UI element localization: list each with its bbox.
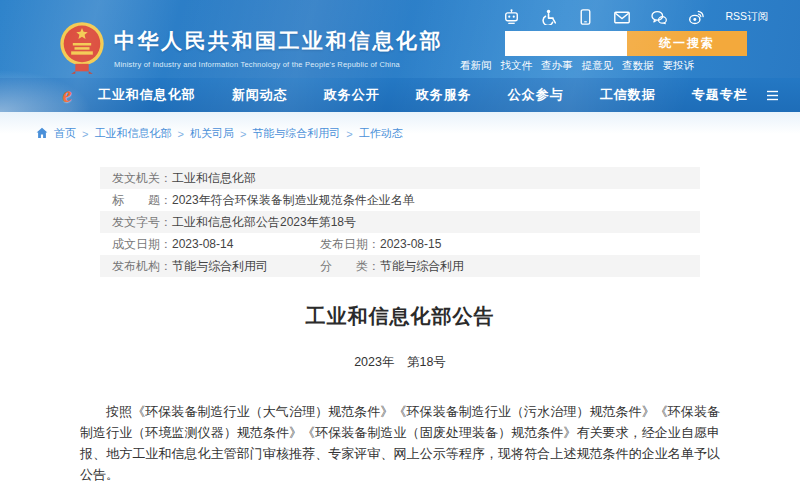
breadcrumb-energy-dept[interactable]: 节能与综合利用司 — [252, 126, 340, 141]
quick-link-services[interactable]: 查办事 — [541, 59, 573, 73]
weibo-icon[interactable] — [688, 9, 704, 25]
meta-row-issuing-agency: 发文机关： 工业和信息化部 — [100, 167, 700, 189]
nav-items: 工业和信息化部 新闻动态 政务公开 政务服务 公众参与 工信数据 专题专栏 — [98, 86, 748, 104]
site-header: 中华人民共和国工业和信息化部 Ministry of Industry and … — [0, 0, 800, 112]
mobile-icon[interactable] — [577, 9, 593, 25]
meta-row-doc-number: 发文字号： 工业和信息化部公告2023年第18号 — [100, 211, 700, 233]
quick-links-row: 看新闻 找文件 查办事 提意见 查数据 要投诉 — [460, 59, 694, 73]
search-input[interactable] — [505, 31, 627, 56]
home-icon[interactable] — [36, 127, 48, 139]
meta-value: 节能与综合利用司 — [172, 255, 268, 277]
robot-icon[interactable] — [503, 9, 519, 25]
national-emblem-icon — [57, 20, 107, 76]
nav-item-gov-open[interactable]: 政务公开 — [324, 86, 380, 104]
search-button[interactable]: 统一搜索 — [627, 31, 747, 56]
site-title-block: 中华人民共和国工业和信息化部 Ministry of Industry and … — [114, 27, 443, 69]
meta-value: 工业和信息化部公告2023年第18号 — [172, 211, 356, 233]
document-title: 工业和信息化部公告 — [0, 303, 800, 330]
meta-label: 标 题： — [112, 189, 172, 211]
site-title: 中华人民共和国工业和信息化部 — [114, 27, 443, 55]
breadcrumb-departments[interactable]: 机关司局 — [190, 126, 234, 141]
nav-item-news[interactable]: 新闻动态 — [232, 86, 288, 104]
quick-link-opinions[interactable]: 提意见 — [582, 59, 614, 73]
breadcrumb-separator: > — [82, 128, 88, 140]
mail-icon[interactable] — [614, 9, 630, 25]
breadcrumb-separator: > — [177, 128, 183, 140]
body-paragraph: 按照《环保装备制造行业（大气治理）规范条件》《环保装备制造行业（污水治理）规范条… — [80, 401, 720, 482]
document-body: 按照《环保装备制造行业（大气治理）规范条件》《环保装备制造行业（污水治理）规范条… — [80, 401, 720, 482]
breadcrumb-ministry[interactable]: 工业和信息化部 — [94, 126, 171, 141]
rss-subscribe-link[interactable]: RSS订阅 — [725, 10, 768, 24]
meta-label: 发文字号： — [112, 211, 172, 233]
meta-label: 发布机构： — [112, 255, 172, 277]
quick-link-complaints[interactable]: 要投诉 — [663, 59, 695, 73]
nav-item-ministry[interactable]: 工业和信息化部 — [98, 86, 196, 104]
meta-label: 发布日期： — [320, 233, 380, 255]
document-meta-table: 发文机关： 工业和信息化部 标 题： 2023年符合环保装备制造业规范条件企业名… — [100, 167, 700, 277]
breadcrumb: 首页 > 工业和信息化部 > 机关司局 > 节能与综合利用司 > 工作动态 — [36, 126, 800, 141]
meta-value: 节能与综合利用 — [380, 255, 464, 277]
nav-item-topics[interactable]: 专题专栏 — [692, 86, 748, 104]
content-area: 首页 > 工业和信息化部 > 机关司局 > 节能与综合利用司 > 工作动态 发文… — [0, 112, 800, 482]
meta-label: 成文日期： — [112, 233, 172, 255]
breadcrumb-separator: > — [346, 128, 352, 140]
nav-item-data[interactable]: 工信数据 — [600, 86, 656, 104]
page: 中华人民共和国工业和信息化部 Ministry of Industry and … — [0, 0, 800, 482]
nav-item-participation[interactable]: 公众参与 — [508, 86, 564, 104]
quick-link-news[interactable]: 看新闻 — [460, 59, 492, 73]
meta-row-title: 标 题： 2023年符合环保装备制造业规范条件企业名单 — [100, 189, 700, 211]
breadcrumb-separator: > — [240, 128, 246, 140]
breadcrumb-home[interactable]: 首页 — [54, 126, 76, 141]
meta-row-publisher-category: 发布机构： 节能与综合利用司 分 类： 节能与综合利用 — [100, 255, 700, 277]
accessibility-icon[interactable] — [540, 9, 556, 25]
meta-value: 2023-08-14 — [172, 233, 233, 255]
utility-icon-row: RSS订阅 — [503, 9, 768, 25]
nav-item-gov-service[interactable]: 政务服务 — [416, 86, 472, 104]
search-bar: 统一搜索 — [505, 31, 747, 56]
wechat-icon[interactable] — [651, 9, 667, 25]
meta-label: 分 类： — [320, 255, 380, 277]
quick-link-files[interactable]: 找文件 — [501, 59, 533, 73]
main-nav: e 工业和信息化部 新闻动态 政务公开 政务服务 公众参与 工信数据 专题专栏 — [0, 78, 800, 112]
quick-link-data[interactable]: 查数据 — [622, 59, 654, 73]
menu-icon[interactable] — [766, 90, 779, 101]
document-number: 2023年 第18号 — [0, 354, 800, 371]
site-banner: 中华人民共和国工业和信息化部 Ministry of Industry and … — [0, 0, 800, 78]
e-gov-logo[interactable]: e — [61, 83, 74, 106]
meta-label: 发文机关： — [112, 167, 172, 189]
site-subtitle: Ministry of Industry and Information Tec… — [114, 60, 443, 69]
meta-value: 2023-08-15 — [380, 233, 441, 255]
meta-value: 2023年符合环保装备制造业规范条件企业名单 — [172, 189, 415, 211]
meta-row-dates: 成文日期： 2023-08-14 发布日期： 2023-08-15 — [100, 233, 700, 255]
meta-value: 工业和信息化部 — [172, 167, 256, 189]
breadcrumb-work-updates[interactable]: 工作动态 — [359, 126, 403, 141]
